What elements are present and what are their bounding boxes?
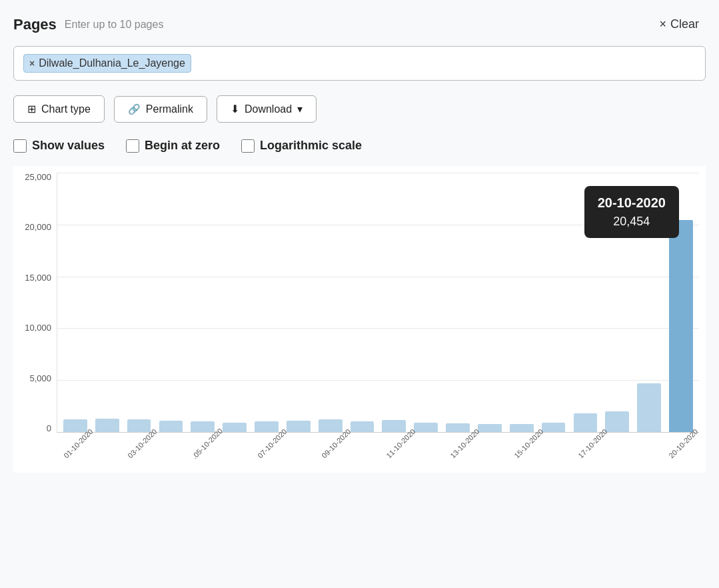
bar xyxy=(446,423,470,432)
chart-area: 25,00020,00015,00010,0005,0000 20-10-202… xyxy=(13,173,706,473)
permalink-label: Permalink xyxy=(146,103,193,115)
logarithmic-scale-label: Logarithmic scale xyxy=(260,139,362,153)
x-label-col: 07-10-2020 xyxy=(251,438,288,449)
chart-type-icon: ⊞ xyxy=(27,103,36,115)
download-icon: ⬇ xyxy=(231,103,239,115)
bar-col[interactable] xyxy=(570,173,601,432)
checkboxes-row: Show values Begin at zero Logarithmic sc… xyxy=(13,139,706,153)
bar-col[interactable] xyxy=(219,173,250,432)
x-label-col: 09-10-2020 xyxy=(315,438,352,449)
show-values-checkbox-label[interactable]: Show values xyxy=(13,139,105,153)
tag-input-area[interactable]: × Dilwale_Dulhania_Le_Jayenge xyxy=(13,46,706,81)
bar-col[interactable] xyxy=(347,173,378,432)
show-values-label: Show values xyxy=(32,139,105,153)
bar-col[interactable] xyxy=(187,173,218,432)
bar-col[interactable] xyxy=(538,173,569,432)
bar xyxy=(127,419,151,432)
download-button[interactable]: ⬇ Download ▾ xyxy=(217,95,317,123)
x-label-col: 01-10-2020 xyxy=(57,438,94,449)
begin-at-zero-checkbox[interactable] xyxy=(126,139,139,153)
y-axis: 25,00020,00015,00010,0005,0000 xyxy=(13,173,57,433)
x-label-col: .05-10-2020 xyxy=(185,438,224,449)
logarithmic-scale-checkbox-label[interactable]: Logarithmic scale xyxy=(241,139,362,153)
tag-item: × Dilwale_Dulhania_Le_Jayenge xyxy=(23,54,191,73)
chart-container: 25,00020,00015,00010,0005,0000 20-10-202… xyxy=(13,166,706,473)
begin-at-zero-label: Begin at zero xyxy=(145,139,220,153)
tag-remove-icon[interactable]: × xyxy=(29,58,35,69)
y-axis-label: 15,000 xyxy=(25,273,51,282)
bars-wrapper xyxy=(57,173,699,432)
x-label-col: 11-10-2020 xyxy=(379,438,416,449)
clear-icon: × xyxy=(659,17,666,31)
bar-col[interactable] xyxy=(378,173,409,432)
header-left: Pages Enter up to 10 pages xyxy=(13,16,163,33)
download-arrow-icon: ▾ xyxy=(297,103,303,115)
bar-col[interactable] xyxy=(156,173,187,432)
download-label: Download xyxy=(245,103,292,115)
permalink-icon: 🔗 xyxy=(128,103,141,115)
bar-col[interactable] xyxy=(251,173,282,432)
permalink-button[interactable]: 🔗 Permalink xyxy=(114,96,207,123)
x-label-col: 15-10-2020 xyxy=(507,438,544,449)
bar-col[interactable] xyxy=(634,173,664,432)
header-row: Pages Enter up to 10 pages × Clear xyxy=(13,13,706,35)
y-axis-label: 5,000 xyxy=(29,374,51,383)
chart-type-button[interactable]: ⊞ Chart type xyxy=(13,95,105,123)
bar xyxy=(159,421,183,432)
bar-col[interactable] xyxy=(60,173,91,432)
bar-col[interactable] xyxy=(442,173,473,432)
y-axis-label: 0 xyxy=(47,424,51,433)
bar-col[interactable] xyxy=(283,173,314,432)
bar-col[interactable] xyxy=(92,173,123,432)
y-axis-label: 10,000 xyxy=(25,323,51,332)
bar xyxy=(414,423,438,432)
bar xyxy=(669,220,693,432)
x-label-col: 17-10-2020 xyxy=(571,438,608,449)
bar xyxy=(510,424,534,432)
pages-label: Pages xyxy=(13,16,57,33)
plot-area: 20-10-2020 20,454 xyxy=(57,173,699,433)
bar xyxy=(319,419,343,432)
bar xyxy=(605,411,629,432)
bar-col[interactable] xyxy=(506,173,537,432)
bar xyxy=(478,424,502,432)
bar xyxy=(191,421,215,432)
bar xyxy=(95,419,119,432)
x-axis: 01-10-202003-10-2020.05-10-202007-10-202… xyxy=(57,434,699,473)
show-values-checkbox[interactable] xyxy=(13,139,27,153)
bar-col[interactable] xyxy=(666,173,696,432)
pages-hint: Enter up to 10 pages xyxy=(65,19,164,31)
bar-col[interactable] xyxy=(124,173,155,432)
bar xyxy=(255,421,279,432)
bar xyxy=(542,423,566,432)
bar-col[interactable] xyxy=(315,173,346,432)
y-axis-label: 20,000 xyxy=(25,223,51,231)
x-label-col: 20-10-2020 xyxy=(662,438,699,449)
y-axis-label: 25,000 xyxy=(25,173,51,181)
logarithmic-scale-checkbox[interactable] xyxy=(241,139,255,153)
clear-label: Clear xyxy=(670,17,699,31)
bar-col[interactable] xyxy=(602,173,632,432)
bar xyxy=(63,419,87,432)
bar-col[interactable] xyxy=(474,173,505,432)
bar-col[interactable] xyxy=(410,173,441,432)
x-label-col: 13-10-2020 xyxy=(443,438,480,449)
clear-button[interactable]: × Clear xyxy=(652,13,706,35)
bar xyxy=(382,420,406,432)
bar xyxy=(287,421,311,432)
chart-type-label: Chart type xyxy=(41,103,91,115)
begin-at-zero-checkbox-label[interactable]: Begin at zero xyxy=(126,139,220,153)
bar xyxy=(223,423,247,432)
bar xyxy=(637,383,661,432)
bar xyxy=(574,413,598,432)
tag-label: Dilwale_Dulhania_Le_Jayenge xyxy=(39,57,185,69)
toolbar: ⊞ Chart type 🔗 Permalink ⬇ Download ▾ xyxy=(13,95,706,123)
bar xyxy=(351,421,374,432)
x-label-col: 03-10-2020 xyxy=(121,438,158,449)
